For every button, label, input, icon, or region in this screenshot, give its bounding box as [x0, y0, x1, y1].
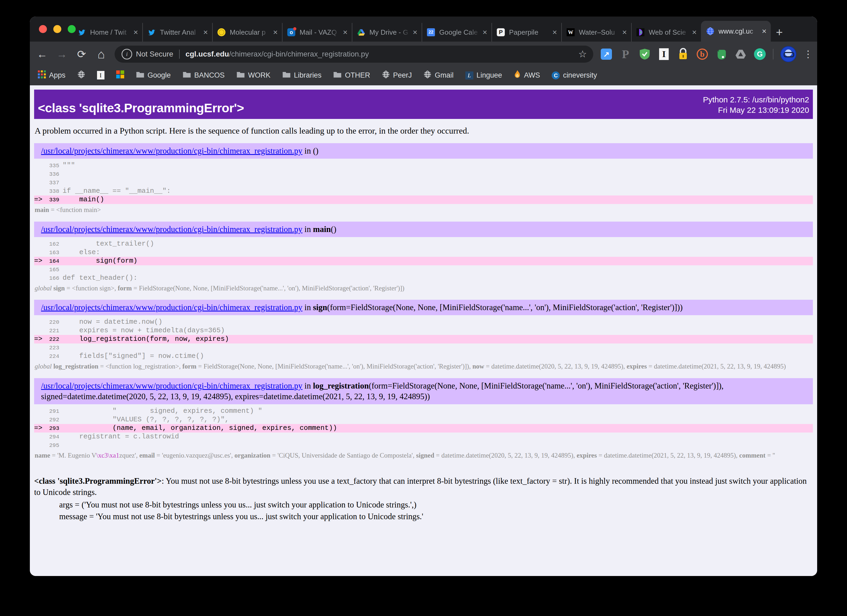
grammarly-icon[interactable]: G	[754, 48, 766, 60]
tab-google-calendar[interactable]: 22Google Cale×	[422, 23, 491, 41]
frame-variables: global log_registration = <function log_…	[35, 362, 813, 371]
tab-title: Web of Scie	[649, 28, 690, 37]
code-line: 294 registrant = c.lastrowid	[34, 433, 813, 441]
drive-offline-icon[interactable]	[735, 48, 747, 60]
tab-close-icon[interactable]: ×	[133, 28, 138, 37]
tab-twitter-analytics[interactable]: Twitter Anal×	[142, 23, 212, 41]
bookmark-item-work[interactable]: WORK	[236, 71, 270, 80]
source-file-link[interactable]: /usr/local/projects/chimerax/www/product…	[41, 303, 302, 312]
line-prefix: =>	[34, 257, 42, 265]
profile-avatar[interactable]	[781, 46, 796, 62]
tab-title: Twitter Anal	[160, 28, 201, 37]
tab-close-icon[interactable]: ×	[622, 28, 627, 37]
cineversity-icon: C	[552, 71, 560, 80]
info-icon[interactable]: i	[121, 49, 132, 59]
bookmark-item-apps[interactable]: Apps	[38, 70, 66, 80]
toolbar-divider	[773, 49, 773, 59]
tab-my-drive[interactable]: My Drive - G×	[352, 23, 422, 41]
line-prefix	[34, 433, 42, 440]
tab-water-solu[interactable]: WWater–Solu×	[561, 23, 631, 41]
source-file-link[interactable]: /usr/local/projects/chimerax/www/product…	[41, 225, 302, 234]
line-number: 339	[42, 197, 63, 203]
tab-cgl-ucsf[interactable]: www.cgl.uc×	[701, 21, 771, 41]
tab-close-icon[interactable]: ×	[483, 28, 487, 37]
tab-home-twitter[interactable]: Home / Twit×	[72, 23, 142, 41]
frame-call-text: ()	[331, 225, 336, 234]
tab-close-icon[interactable]: ×	[273, 28, 278, 37]
bookmark-label: PeerJ	[393, 71, 412, 80]
line-prefix	[34, 415, 42, 424]
line-prefix: =>	[34, 195, 42, 204]
reload-button[interactable]: ⟳	[75, 48, 88, 61]
instapaper-tile-icon: I	[97, 71, 105, 80]
bookmark-item-gmail[interactable]: Gmail	[424, 70, 454, 80]
adguard-shield-icon[interactable]	[639, 48, 651, 60]
line-number: 223	[42, 345, 63, 351]
bookmark-item-icon-2[interactable]: I	[97, 71, 105, 80]
minimize-window-button[interactable]	[53, 25, 61, 33]
drive-icon	[357, 28, 366, 37]
code-line: 166 def text_header():	[34, 274, 813, 282]
url-host: cgl.ucsf.edu	[186, 50, 229, 58]
line-number: 337	[42, 180, 63, 186]
tab-paperpile[interactable]: PPaperpile×	[491, 23, 561, 41]
close-window-button[interactable]	[39, 25, 47, 33]
tab-close-icon[interactable]: ×	[343, 28, 348, 37]
bookmark-item-aws[interactable]: AWS	[514, 70, 540, 81]
code-line: 224 fields["signed"] = now.ctime()	[34, 352, 813, 360]
microsoft-grid-icon	[116, 70, 124, 80]
instapaper-icon[interactable]: I	[658, 48, 670, 60]
traceback-frame: /usr/local/projects/chimerax/www/product…	[34, 378, 813, 460]
paperpile-icon: P	[496, 28, 505, 37]
folder-icon	[333, 71, 342, 80]
lock-icon[interactable]	[677, 48, 689, 60]
back-button[interactable]: ←	[36, 48, 49, 61]
tab-close-icon[interactable]: ×	[203, 28, 208, 37]
bookmark-item-icon-3[interactable]	[116, 70, 124, 80]
bookmark-item-cineversity[interactable]: Ccineversity	[552, 71, 597, 80]
not-secure-label: Not Secure	[136, 50, 173, 58]
bookmark-item-google[interactable]: Google	[136, 71, 171, 80]
menu-kebab-icon[interactable]: ⋮	[803, 49, 811, 60]
bookmark-item-icon-1[interactable]	[77, 70, 85, 80]
evernote-icon[interactable]	[715, 48, 727, 60]
bookmark-label: WORK	[248, 71, 270, 80]
bookmark-item-libraries[interactable]: Libraries	[282, 71, 322, 80]
line-prefix	[34, 352, 42, 360]
bookmark-item-peerj[interactable]: PeerJ	[382, 70, 412, 80]
code-line: 295	[34, 441, 813, 450]
frame-call-text: in	[302, 381, 313, 390]
honey-icon[interactable]: b	[696, 48, 708, 60]
line-prefix: =>	[34, 335, 42, 343]
bookmark-item-other[interactable]: OTHER	[333, 71, 370, 80]
tab-close-icon[interactable]: ×	[413, 28, 418, 37]
address-bar[interactable]: i Not Secure cgl.ucsf.edu /chimerax/cgi-…	[115, 46, 593, 63]
new-tab-button[interactable]: +	[771, 23, 788, 41]
line-prefix	[34, 326, 42, 334]
bookmark-star-icon[interactable]: ☆	[575, 49, 590, 60]
tab-mail-vazq[interactable]: oMail - VAZQ×	[282, 23, 352, 41]
line-prefix	[34, 343, 42, 352]
tab-close-icon[interactable]: ×	[692, 28, 696, 37]
bookmark-item-linguee[interactable]: LLinguee	[465, 71, 502, 80]
tab-molecular[interactable]: Molecular p×	[212, 23, 282, 41]
bookmark-item-bancos[interactable]: BANCOS	[183, 71, 225, 80]
paperpile-ext-icon[interactable]: P	[620, 48, 632, 60]
line-number: 166	[42, 275, 63, 281]
url-path: /chimerax/cgi-bin/chimerax_registration.…	[229, 50, 574, 58]
source-file-link[interactable]: /usr/local/projects/chimerax/www/product…	[41, 381, 302, 390]
bookmark-label: OTHER	[345, 71, 370, 80]
home-button[interactable]: ⌂	[95, 48, 108, 61]
line-number: 222	[42, 336, 63, 343]
tab-close-icon[interactable]: ×	[762, 27, 766, 36]
share-icon[interactable]: ↗	[600, 48, 612, 60]
tab-close-icon[interactable]: ×	[552, 28, 557, 37]
tab-web-of-science[interactable]: Web of Scie×	[631, 23, 701, 41]
bookmarks-bar: AppsIGoogleBANCOSWORKLibrariesOTHERPeerJ…	[30, 66, 817, 85]
var-name: form	[182, 363, 196, 370]
tab-title: Home / Twit	[90, 28, 131, 37]
line-prefix	[34, 274, 42, 282]
line-prefix	[34, 161, 42, 169]
source-file-link[interactable]: /usr/local/projects/chimerax/www/product…	[41, 146, 302, 155]
forward-button[interactable]: →	[55, 48, 68, 61]
